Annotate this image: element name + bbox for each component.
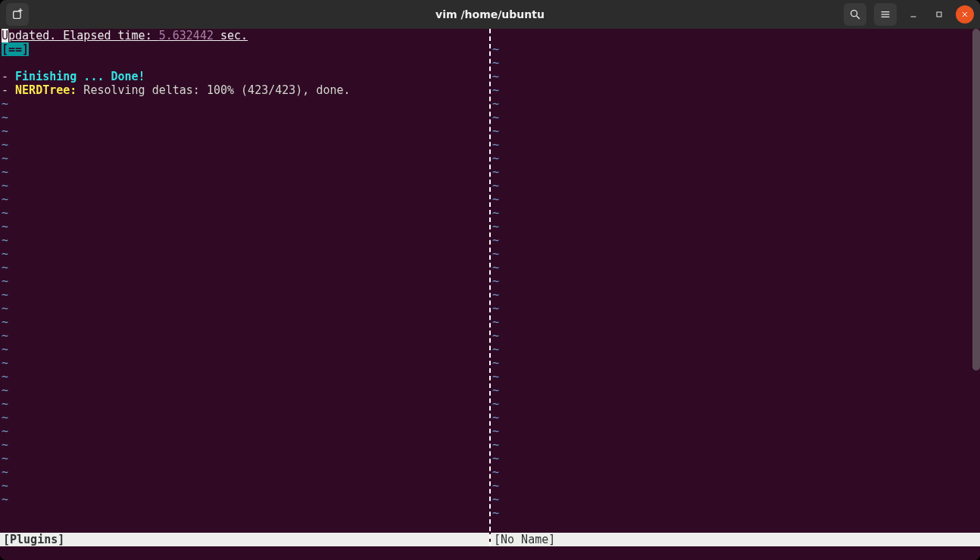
tilde-line: ~ <box>2 138 488 152</box>
search-button[interactable] <box>844 3 866 26</box>
tilde-line: ~ <box>2 233 488 247</box>
tilde-line: ~ <box>2 383 488 397</box>
tilde-line: ~ <box>492 383 978 397</box>
tilde-line: ~ <box>2 479 488 493</box>
tilde-line: ~ <box>2 192 488 206</box>
statusline-right: [No Name] <box>491 533 980 546</box>
tilde-line: ~ <box>492 274 978 288</box>
tilde-line: ~ <box>492 465 978 479</box>
tilde-line: ~ <box>492 97 978 111</box>
tilde-line: ~ <box>492 397 978 411</box>
svg-line-4 <box>857 16 860 19</box>
tilde-line: ~ <box>2 206 488 220</box>
tilde-line: ~ <box>2 343 488 356</box>
tilde-line: ~ <box>2 152 488 165</box>
tilde-line: ~ <box>2 438 488 452</box>
left-pane[interactable]: Updated. Elapsed time: 5.632442 sec. [==… <box>0 29 491 546</box>
tilde-line: ~ <box>492 70 978 83</box>
tilde-line: ~ <box>2 220 488 233</box>
tilde-line: ~ <box>492 111 978 124</box>
statusline-left: [Plugins] <box>0 533 489 546</box>
tilde-line: ~ <box>2 329 488 343</box>
svg-point-3 <box>851 11 857 17</box>
tilde-line: ~ <box>492 138 978 152</box>
plug-line: - NERDTree: Resolving deltas: 100% (423/… <box>2 83 488 97</box>
minimize-button[interactable] <box>904 5 922 23</box>
svg-rect-0 <box>14 11 20 18</box>
tilde-line: ~ <box>492 288 978 302</box>
tilde-line: ~ <box>2 274 488 288</box>
tilde-line: ~ <box>492 356 978 370</box>
scrollbar[interactable] <box>972 29 980 371</box>
tilde-line: ~ <box>2 111 488 124</box>
tilde-line: ~ <box>2 493 488 506</box>
tilde-line: ~ <box>492 247 978 261</box>
tilde-line: ~ <box>2 452 488 465</box>
titlebar: vim /home/ubuntu <box>0 0 980 29</box>
right-pane[interactable]: ~~~~~~~~~~~~~~~~~~~~~~~~~~~~~~~~~~~ [No … <box>491 29 980 546</box>
plug-line: - Finishing ... Done! <box>2 70 488 83</box>
window-title: vim /home/ubuntu <box>435 8 545 20</box>
tilde-line: ~ <box>2 397 488 411</box>
blank-line <box>492 29 978 42</box>
plug-header: Updated. Elapsed time: 5.632442 sec. <box>2 29 488 42</box>
progress-bar: [==] <box>2 42 488 56</box>
tilde-line: ~ <box>492 493 978 506</box>
tilde-line: ~ <box>492 56 978 70</box>
tilde-line: ~ <box>492 192 978 206</box>
tilde-line: ~ <box>2 261 488 274</box>
tilde-line: ~ <box>2 179 488 192</box>
tilde-line: ~ <box>2 302 488 315</box>
tilde-line: ~ <box>2 424 488 438</box>
maximize-button[interactable] <box>930 5 948 23</box>
tilde-line: ~ <box>2 411 488 424</box>
tilde-line: ~ <box>492 220 978 233</box>
tilde-line: ~ <box>492 302 978 315</box>
close-button[interactable] <box>956 5 974 23</box>
tilde-line: ~ <box>492 42 978 56</box>
tilde-line: ~ <box>2 315 488 329</box>
tilde-line: ~ <box>492 152 978 165</box>
tilde-line: ~ <box>2 97 488 111</box>
tilde-line: ~ <box>492 233 978 247</box>
tilde-line: ~ <box>2 165 488 179</box>
tilde-line: ~ <box>492 165 978 179</box>
tilde-line: ~ <box>2 465 488 479</box>
tilde-line: ~ <box>492 438 978 452</box>
blank-line <box>2 56 488 70</box>
tilde-line: ~ <box>2 288 488 302</box>
tilde-line: ~ <box>492 452 978 465</box>
tilde-line: ~ <box>2 124 488 138</box>
tilde-line: ~ <box>492 370 978 383</box>
svg-rect-9 <box>937 12 941 17</box>
new-tab-button[interactable] <box>6 3 29 26</box>
terminal-window: vim /home/ubuntu Updated. Elapsed time: … <box>0 0 980 560</box>
tilde-line: ~ <box>492 343 978 356</box>
tilde-line: ~ <box>2 247 488 261</box>
menu-button[interactable] <box>874 3 897 26</box>
command-line[interactable] <box>0 546 980 560</box>
tilde-line: ~ <box>2 370 488 383</box>
tilde-line: ~ <box>492 424 978 438</box>
tilde-line: ~ <box>492 506 978 520</box>
terminal-area[interactable]: Updated. Elapsed time: 5.632442 sec. [==… <box>0 29 980 546</box>
tilde-line: ~ <box>492 479 978 493</box>
tilde-line: ~ <box>492 124 978 138</box>
tilde-line: ~ <box>492 315 978 329</box>
tilde-line: ~ <box>492 411 978 424</box>
tilde-line: ~ <box>492 83 978 97</box>
tilde-line: ~ <box>2 356 488 370</box>
tilde-line: ~ <box>492 261 978 274</box>
tilde-line: ~ <box>492 179 978 192</box>
tilde-line: ~ <box>492 206 978 220</box>
tilde-line: ~ <box>492 329 978 343</box>
